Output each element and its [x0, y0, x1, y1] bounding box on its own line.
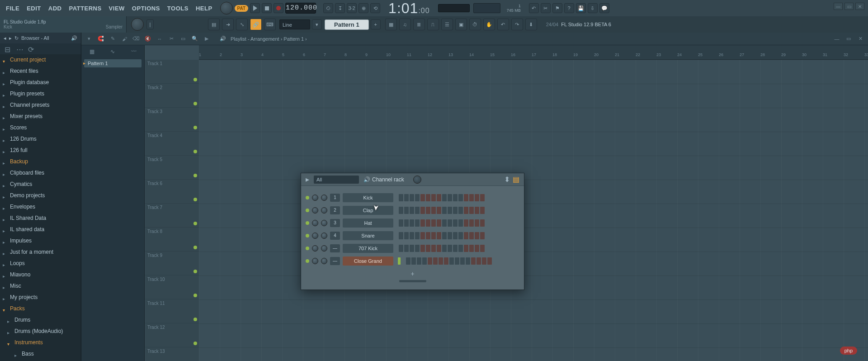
step-button[interactable]	[471, 257, 476, 265]
step-button[interactable]	[415, 232, 420, 239]
step-button[interactable]	[431, 245, 436, 252]
step-button[interactable]	[399, 207, 403, 214]
channel-name-button[interactable]: Snare	[343, 231, 393, 240]
step-button[interactable]	[464, 219, 468, 227]
step-button[interactable]	[404, 245, 409, 252]
step-button[interactable]	[426, 194, 430, 201]
stop-button[interactable]	[262, 3, 272, 13]
step-button[interactable]	[466, 257, 470, 265]
browser-item[interactable]: 126 full	[0, 145, 81, 156]
step-button[interactable]	[415, 207, 420, 214]
track-mute-led[interactable]	[193, 174, 197, 177]
channel-mute-led[interactable]	[306, 247, 309, 250]
step-button[interactable]	[487, 257, 492, 265]
step-button[interactable]	[480, 245, 485, 252]
track-header[interactable]: Track 3	[145, 108, 199, 132]
graph-editor-icon[interactable]: ⬍	[504, 175, 510, 184]
channel-rack-window[interactable]: ▸ All 🔊 Channel rack ⬍ ▤ 1Kick2Clap3Hat4…	[301, 173, 524, 290]
step-button[interactable]	[482, 257, 486, 265]
step-button[interactable]	[448, 194, 452, 201]
step-button[interactable]	[475, 194, 479, 201]
step-button[interactable]	[475, 207, 479, 214]
minimize-button[interactable]: —	[834, 3, 843, 10]
step-button[interactable]	[439, 257, 443, 265]
pencil-icon[interactable]: ✎	[108, 35, 117, 43]
step-button[interactable]	[420, 245, 425, 252]
browser-item[interactable]: Drums (ModeAudio)	[0, 326, 81, 337]
close-button[interactable]: ✕	[855, 3, 864, 10]
menu-add[interactable]: ADD	[46, 3, 64, 14]
track-header[interactable]: Track 9	[145, 252, 199, 276]
picker-tab-audio[interactable]: ∿	[107, 47, 118, 56]
erase-icon[interactable]: ⌫	[132, 35, 140, 43]
menu-help[interactable]: HELP	[193, 3, 215, 14]
channel-rack-titlebar[interactable]: ▸ All 🔊 Channel rack ⬍ ▤	[301, 173, 524, 186]
step-button[interactable]	[464, 245, 468, 252]
channel-step-seq[interactable]	[399, 245, 485, 252]
step-button[interactable]	[404, 194, 409, 201]
channel-mixer-route[interactable]: 3	[330, 219, 340, 227]
channel-vol-knob[interactable]	[321, 245, 327, 252]
step-button[interactable]	[455, 257, 459, 265]
browser-item[interactable]: Clipboard files	[0, 167, 81, 179]
playlist-close-icon[interactable]: ✕	[856, 35, 864, 43]
magnet-icon[interactable]: 🧲	[97, 35, 105, 43]
countdown-icon[interactable]: 3·2	[347, 3, 357, 13]
browser-item[interactable]: Just for a moment	[0, 247, 81, 258]
step-button[interactable]	[399, 194, 403, 201]
step-button[interactable]	[399, 245, 403, 252]
view-browser-icon[interactable]: ☰	[441, 19, 453, 30]
browser-item[interactable]: Current project	[0, 54, 81, 66]
step-button[interactable]	[469, 232, 474, 239]
close-windows-icon[interactable]: ⤡	[236, 19, 248, 30]
browser-options-icon[interactable]: ⋯	[16, 45, 24, 52]
playlist-min-icon[interactable]: —	[833, 35, 841, 43]
playlist-max-icon[interactable]: ▭	[844, 35, 853, 43]
view-pianoroll-icon[interactable]: ♫	[399, 19, 411, 30]
step-button[interactable]	[399, 219, 403, 227]
channel-add-button[interactable]: +	[306, 267, 519, 278]
step-button[interactable]	[480, 194, 485, 201]
channel-vol-knob[interactable]	[321, 233, 327, 239]
brush-icon[interactable]: 🖌	[120, 35, 128, 43]
track-header[interactable]: Track 13	[145, 347, 199, 361]
step-button[interactable]	[410, 207, 414, 214]
step-button[interactable]	[426, 219, 430, 227]
browser-item[interactable]: IL shared data	[0, 224, 81, 235]
pitch-reset-icon[interactable]: |	[146, 19, 154, 29]
help-icon[interactable]: ?	[564, 3, 574, 13]
play-button[interactable]	[250, 3, 260, 13]
step-button[interactable]	[404, 232, 409, 239]
track-header[interactable]: Track 4	[145, 132, 199, 156]
step-button[interactable]	[460, 257, 465, 265]
step-button[interactable]	[464, 194, 468, 201]
redo-history-icon[interactable]: ↷	[511, 19, 523, 30]
track-mute-led[interactable]	[193, 78, 197, 81]
step-button[interactable]	[410, 245, 414, 252]
loop-record-icon[interactable]: ⟲	[370, 3, 380, 13]
browser-item[interactable]: Misc	[0, 280, 81, 292]
browser-item[interactable]: Envelopes	[0, 201, 81, 213]
step-button[interactable]	[431, 219, 436, 227]
view-plugin-icon[interactable]: ▣	[455, 19, 467, 30]
menu-options[interactable]: OPTIONS	[130, 3, 162, 14]
step-button[interactable]	[404, 207, 409, 214]
step-button[interactable]	[458, 194, 463, 201]
step-button[interactable]	[406, 257, 410, 265]
browser-item[interactable]: Miavono	[0, 269, 81, 280]
step-button[interactable]	[448, 219, 452, 227]
browser-item[interactable]: Demo projects	[0, 190, 81, 201]
record-button[interactable]	[274, 3, 283, 13]
wait-input-icon[interactable]: ↧	[335, 3, 345, 13]
step-button[interactable]	[475, 219, 479, 227]
track-mute-led[interactable]	[193, 222, 197, 225]
time-display[interactable]: 1 :01 :00	[388, 0, 430, 17]
channel-mixer-route[interactable]: 1	[330, 194, 340, 202]
track-mute-led[interactable]	[193, 246, 197, 249]
visualizer-slot[interactable]	[473, 3, 500, 13]
channel-name-button[interactable]: Kick	[343, 193, 393, 202]
step-button[interactable]	[480, 232, 485, 239]
step-button[interactable]	[422, 257, 427, 265]
browser-item[interactable]: Channel presets	[0, 100, 81, 111]
select-icon[interactable]: ▭	[179, 35, 187, 43]
